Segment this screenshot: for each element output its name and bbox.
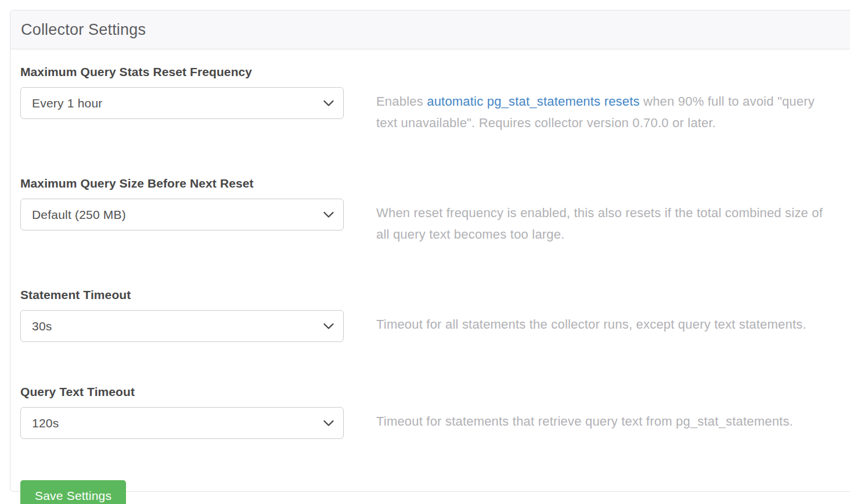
description-text: Timeout for statements that retrieve que… <box>376 414 793 429</box>
max-query-size-select[interactable]: Default (250 MB) <box>20 199 344 231</box>
query-text-timeout-select[interactable]: 120s <box>20 407 344 439</box>
field-description: Timeout for statements that retrieve que… <box>376 385 836 432</box>
control-column: Statement Timeout 30s <box>20 288 344 342</box>
reset-frequency-selected-value: Every 1 hour <box>32 96 102 110</box>
card-header: Collector Settings <box>10 10 850 49</box>
save-settings-button[interactable]: Save Settings <box>20 480 126 504</box>
field-label-max-query-size: Maximum Query Size Before Next Reset <box>20 177 344 190</box>
field-label-query-text-timeout: Query Text Timeout <box>20 385 344 399</box>
card-body: Maximum Query Stats Reset Frequency Ever… <box>10 49 850 504</box>
setting-row-max-query-size: Maximum Query Size Before Next Reset Def… <box>20 177 850 245</box>
statement-timeout-select[interactable]: 30s <box>20 310 344 342</box>
control-column: Maximum Query Size Before Next Reset Def… <box>20 177 344 231</box>
description-text: Enables <box>376 94 427 109</box>
field-description: Timeout for all statements the collector… <box>376 288 836 335</box>
max-query-size-selected-value: Default (250 MB) <box>32 208 126 222</box>
control-column: Query Text Timeout 120s <box>20 385 344 439</box>
page-title: Collector Settings <box>21 21 146 39</box>
chevron-down-icon <box>323 211 334 218</box>
field-description: Enables automatic pg_stat_statements res… <box>376 65 836 134</box>
control-column: Maximum Query Stats Reset Frequency Ever… <box>20 65 344 119</box>
field-label-statement-timeout: Statement Timeout <box>20 288 344 302</box>
statement-timeout-selected-value: 30s <box>32 319 52 333</box>
description-text: When reset frequency is enabled, this al… <box>376 206 823 242</box>
field-label-reset-frequency: Maximum Query Stats Reset Frequency <box>20 65 344 79</box>
description-text: Timeout for all statements the collector… <box>376 317 806 332</box>
collector-settings-card: Collector Settings Maximum Query Stats R… <box>10 10 850 492</box>
reset-frequency-select[interactable]: Every 1 hour <box>20 87 344 119</box>
setting-row-reset-frequency: Maximum Query Stats Reset Frequency Ever… <box>20 65 850 134</box>
field-description: When reset frequency is enabled, this al… <box>376 177 836 245</box>
chevron-down-icon <box>323 100 334 106</box>
chevron-down-icon <box>323 420 334 426</box>
pg-stat-statements-resets-link[interactable]: automatic pg_stat_statements resets <box>427 94 640 109</box>
chevron-down-icon <box>323 323 334 329</box>
setting-row-query-text-timeout: Query Text Timeout 120s Timeout for stat… <box>20 385 850 439</box>
setting-row-statement-timeout: Statement Timeout 30s Timeout for all st… <box>20 288 850 342</box>
query-text-timeout-selected-value: 120s <box>32 416 59 430</box>
